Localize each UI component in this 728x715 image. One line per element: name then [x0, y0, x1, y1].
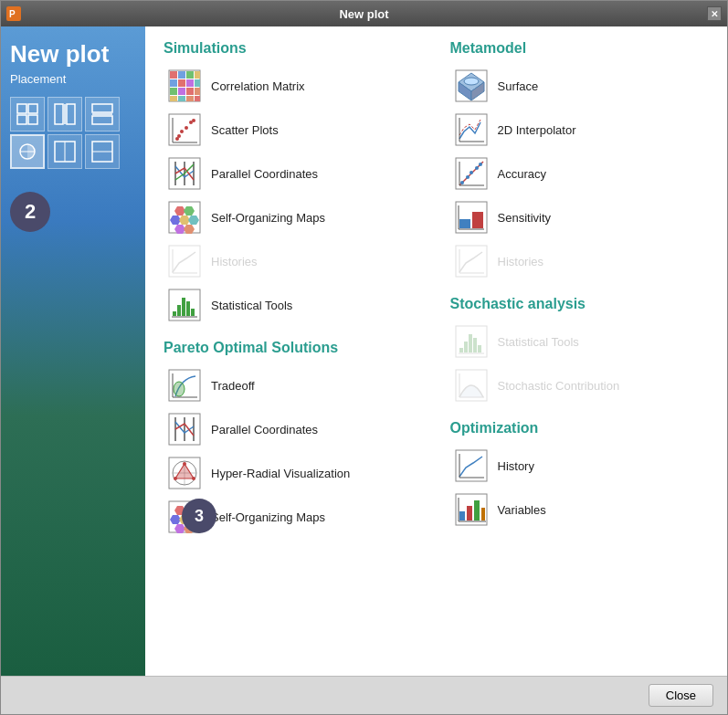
svg-point-37 [180, 130, 184, 133]
sim-histories-label: Histories [211, 255, 258, 268]
sim-correlation-matrix-label: Correlation Matrix [211, 79, 305, 93]
svg-rect-28 [178, 88, 185, 95]
svg-rect-119 [473, 338, 477, 352]
svg-rect-63 [186, 301, 190, 316]
svg-rect-27 [170, 88, 177, 95]
svg-point-67 [174, 382, 185, 396]
sidebar: New plot Placement [1, 26, 145, 676]
svg-rect-25 [186, 79, 194, 87]
sim-scatter-plots-label: Scatter Plots [211, 123, 279, 137]
simulations-section-title: Simulations [164, 40, 423, 57]
svg-rect-33 [186, 96, 194, 101]
close-button[interactable]: Close [649, 684, 713, 707]
sim-stat-tools-label: Statistical Tools [211, 299, 292, 312]
histories-icon-meta [454, 244, 489, 279]
placement-badge: 2 [10, 192, 50, 232]
svg-rect-130 [467, 506, 472, 520]
badge-3: 3 [182, 499, 216, 533]
svg-rect-7 [55, 104, 63, 124]
svg-point-40 [192, 119, 195, 122]
pareto-tradeoff[interactable]: Tradeoff [164, 363, 423, 407]
pareto-parallel-coordinates[interactable]: Parallel Coordinates [164, 407, 423, 451]
svg-rect-8 [67, 104, 75, 124]
sim-histories: Histories [164, 239, 423, 283]
svg-point-104 [479, 163, 482, 166]
interpolator-icon [454, 112, 489, 147]
sidebar-title: New plot [10, 40, 136, 68]
meta-2d-interpolator-label: 2D Interpolator [498, 123, 576, 137]
right-column: Metamodel Surface [450, 40, 710, 662]
placement-btn-1[interactable] [10, 97, 45, 131]
sim-scatter-plots[interactable]: Scatter Plots [164, 108, 423, 152]
svg-rect-10 [92, 104, 112, 112]
svg-rect-30 [195, 88, 200, 95]
histories-icon-sim [167, 244, 202, 279]
meta-histories: Histories [450, 239, 710, 283]
placement-btn-4[interactable] [10, 134, 45, 169]
pareto-hyper-radial[interactable]: Hyper-Radial Visualization [164, 451, 423, 495]
window-close-button[interactable]: ✕ [707, 6, 722, 21]
stochastic-section-title: Stochastic analysis [450, 296, 710, 312]
svg-rect-109 [472, 212, 483, 228]
stochastic-contribution: Stochastic Contribution [450, 363, 710, 407]
placement-btn-3[interactable] [85, 97, 120, 131]
svg-rect-131 [474, 500, 480, 520]
svg-rect-61 [177, 305, 181, 316]
meta-surface-label: Surface [498, 79, 539, 93]
placement-grid [10, 97, 136, 169]
bottombar: Close [1, 676, 727, 714]
meta-surface[interactable]: Surface [450, 64, 710, 108]
optim-history-label: History [498, 459, 534, 473]
metamodel-section-title: Metamodel [450, 40, 710, 57]
placement-btn-6[interactable] [85, 134, 120, 169]
svg-rect-3 [28, 104, 37, 113]
svg-rect-11 [92, 116, 112, 124]
variables-icon [454, 492, 489, 527]
svg-point-94 [464, 78, 479, 85]
svg-rect-116 [459, 348, 463, 352]
optim-history[interactable]: History [450, 444, 710, 488]
svg-rect-108 [459, 219, 470, 228]
sim-som-label: Self-Organizing Maps [211, 211, 325, 225]
svg-point-103 [475, 166, 479, 170]
optim-variables[interactable]: Variables [450, 488, 710, 531]
stochastic-stat-tools: Statistical Tools [450, 320, 710, 363]
stochastic-stat-tools-label: Statistical Tools [498, 335, 579, 349]
meta-2d-interpolator[interactable]: 2D Interpolator [450, 108, 710, 152]
svg-rect-125 [456, 450, 487, 481]
meta-sensitivity[interactable]: Sensitivity [450, 195, 710, 239]
svg-rect-19 [170, 71, 177, 79]
pareto-hyper-radial-label: Hyper-Radial Visualization [211, 467, 350, 480]
meta-accuracy-label: Accuracy [498, 167, 546, 181]
svg-point-102 [470, 171, 473, 174]
placement-btn-5[interactable] [47, 134, 82, 169]
sim-statistical-tools[interactable]: Statistical Tools [164, 283, 423, 327]
placement-btn-2[interactable] [47, 97, 82, 131]
svg-rect-20 [178, 71, 185, 79]
main-panel: Simulations [145, 26, 727, 676]
sim-self-organizing-maps[interactable]: Self-Organizing Maps [164, 195, 423, 239]
svg-point-101 [466, 175, 470, 179]
pareto-som[interactable]: Self-Organizing Maps 3 [164, 495, 423, 539]
svg-rect-118 [469, 334, 472, 352]
svg-rect-112 [456, 246, 487, 277]
svg-rect-35 [169, 114, 200, 145]
sensitivity-icon [454, 200, 489, 235]
optim-variables-label: Variables [498, 503, 546, 517]
left-column: Simulations [164, 40, 423, 662]
pareto-som-label: Self-Organizing Maps [211, 510, 325, 524]
svg-point-38 [185, 126, 188, 130]
stochastic-contribution-label: Stochastic Contribution [498, 379, 620, 393]
svg-rect-129 [459, 511, 465, 520]
accuracy-icon [454, 156, 489, 191]
svg-rect-34 [195, 96, 200, 101]
pareto-section-title: Pareto Optimal Solutions [164, 340, 423, 356]
svg-rect-22 [195, 71, 200, 79]
svg-point-41 [177, 134, 181, 138]
svg-rect-4 [17, 115, 26, 124]
sim-correlation-matrix[interactable]: Correlation Matrix [164, 64, 423, 108]
svg-rect-60 [173, 311, 176, 316]
sim-parallel-coordinates[interactable]: Parallel Coordinates [164, 152, 423, 195]
meta-accuracy[interactable]: Accuracy [450, 152, 710, 195]
som-icon [167, 200, 202, 235]
